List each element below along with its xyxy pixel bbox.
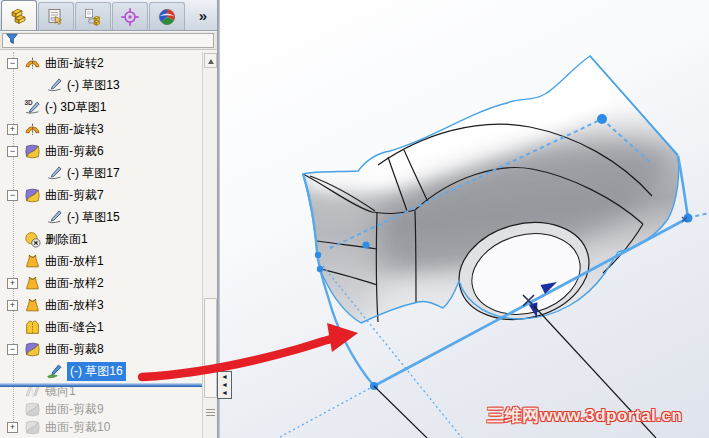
tree-item-17[interactable]: 曲面-剪裁9 xyxy=(0,400,202,418)
tree-item-label: 曲面-放样1 xyxy=(45,253,104,270)
knit-surface-icon xyxy=(24,319,41,336)
tree-item-label: (-) 3D草图1 xyxy=(45,99,106,116)
tree-item-10[interactable]: 曲面-放样1 xyxy=(0,250,202,272)
surface-body[interactable] xyxy=(290,20,682,390)
tree-item-label: 曲面-剪裁8 xyxy=(45,341,104,358)
trim-gray-icon xyxy=(24,401,41,418)
tree-item-label: 曲面-放样2 xyxy=(45,275,104,292)
collapse-box[interactable]: − xyxy=(7,190,18,201)
tree-item-3[interactable]: 3D (-) 3D草图1 xyxy=(0,96,202,118)
collapse-box[interactable]: − xyxy=(7,58,18,69)
left-arrow-icon: ◄ xyxy=(221,373,228,381)
revolve-surface-icon xyxy=(24,55,41,72)
tree-item-label: 删除面1 xyxy=(45,231,88,248)
display-manager-icon xyxy=(157,7,177,27)
loft-surface-icon xyxy=(24,253,41,270)
feature-tree-icon xyxy=(9,6,29,26)
configurationmanager-tab[interactable] xyxy=(75,2,111,30)
left-arrow-icon: ◄ xyxy=(221,389,228,397)
tree-filter-bar xyxy=(0,32,217,50)
tree-item-14[interactable]: − 曲面-剪裁8 xyxy=(0,338,202,360)
tree-item-8[interactable]: (-) 草图15 xyxy=(0,206,202,228)
scrollbar-grip[interactable] xyxy=(206,407,215,418)
property-manager-icon xyxy=(46,7,66,27)
scroll-up-button[interactable] xyxy=(204,53,217,68)
trim-surface-icon xyxy=(24,341,41,358)
displaymanager-tab[interactable] xyxy=(149,2,185,30)
filter-funnel-icon xyxy=(5,32,19,50)
model-canvas[interactable] xyxy=(220,0,709,438)
sketch-icon xyxy=(46,77,63,94)
tree-item-18[interactable]: + 曲面-剪裁10 xyxy=(0,418,202,436)
loft-surface-icon xyxy=(24,297,41,314)
trim-gray-icon xyxy=(24,419,41,436)
tree-item-label: (-) 草图15 xyxy=(67,209,120,226)
expand-box[interactable]: + xyxy=(7,278,18,289)
configuration-icon xyxy=(83,7,103,27)
sketch3d-icon: 3D xyxy=(24,99,41,116)
tree-item-label: 曲面-缝合1 xyxy=(45,319,104,336)
left-arrow-icon: ◄ xyxy=(221,381,228,389)
tree-item-11[interactable]: + 曲面-放样2 xyxy=(0,272,202,294)
tree-item-label: 曲面-剪裁10 xyxy=(45,419,110,436)
tree-item-label: (-) 草图17 xyxy=(67,165,120,182)
tree-scrollbar[interactable] xyxy=(202,52,217,438)
graphics-viewport[interactable]: 三维网www.3dportal.cn xyxy=(220,0,709,438)
featuremanager-tab[interactable] xyxy=(1,0,37,30)
trim-surface-icon xyxy=(24,143,41,160)
scrollbar-thumb[interactable] xyxy=(204,298,217,398)
sketch-icon xyxy=(46,165,63,182)
tree-item-label: 曲面-剪裁7 xyxy=(45,187,104,204)
feature-manager-panel: » − 曲面-旋转2 (-) 草图13 3D (-) 3D草图1+ 曲面-旋转3… xyxy=(0,0,217,438)
tab-overflow-chevron[interactable]: » xyxy=(193,6,213,26)
sketch-edit-icon xyxy=(46,363,63,380)
expand-box[interactable]: + xyxy=(7,124,18,135)
tree-item-label: 曲面-旋转3 xyxy=(45,121,104,138)
tree-item-7[interactable]: − 曲面-剪裁7 xyxy=(0,184,202,206)
delete-face-icon xyxy=(24,231,41,248)
watermark: 三维网www.3dportal.cn xyxy=(487,404,682,427)
tree-item-13[interactable]: 曲面-缝合1 xyxy=(0,316,202,338)
loft-surface-icon xyxy=(24,275,41,292)
tree-item-2[interactable]: (-) 草图13 xyxy=(0,74,202,96)
dimxpert-icon xyxy=(120,7,140,27)
tree-item-4[interactable]: + 曲面-旋转3 xyxy=(0,118,202,140)
expand-box[interactable]: + xyxy=(7,300,18,311)
tree-item-9[interactable]: 删除面1 xyxy=(0,228,202,250)
revolve-surface-icon xyxy=(24,121,41,138)
tree-item-15[interactable]: (-) 草图16 xyxy=(0,360,202,382)
tree-item-12[interactable]: + 曲面-放样3 xyxy=(0,294,202,316)
tree-item-label: 曲面-剪裁6 xyxy=(45,143,104,160)
up-arrow-icon xyxy=(208,59,214,64)
tree-item-label: (-) 草图13 xyxy=(67,77,120,94)
tree-item-label: 曲面-剪裁9 xyxy=(45,401,104,418)
svg-text:3D: 3D xyxy=(25,99,34,106)
collapse-box[interactable]: − xyxy=(7,344,18,355)
tree-item-6[interactable]: (-) 草图17 xyxy=(0,162,202,184)
tree-item-label: (-) 草图16 xyxy=(67,362,126,381)
dimxpertmanager-tab[interactable] xyxy=(112,2,148,30)
propertymanager-tab[interactable] xyxy=(38,2,74,30)
feature-tree: − 曲面-旋转2 (-) 草图13 3D (-) 3D草图1+ 曲面-旋转3− … xyxy=(0,52,202,438)
panel-tab-bar: » xyxy=(0,0,217,31)
tree-item-label: 曲面-旋转2 xyxy=(45,55,104,72)
rollback-bar[interactable] xyxy=(0,383,202,387)
tree-filter-input[interactable] xyxy=(2,33,214,48)
tree-item-5[interactable]: − 曲面-剪裁6 xyxy=(0,140,202,162)
expand-box[interactable]: + xyxy=(7,422,18,433)
tree-item-1[interactable]: − 曲面-旋转2 xyxy=(0,52,202,74)
solidworks-window: » − 曲面-旋转2 (-) 草图13 3D (-) 3D草图1+ 曲面-旋转3… xyxy=(0,0,709,438)
tree-item-label: 曲面-放样3 xyxy=(45,297,104,314)
trim-surface-icon xyxy=(24,187,41,204)
sketch-icon xyxy=(46,209,63,226)
collapse-box[interactable]: − xyxy=(7,146,18,157)
panel-collapse-button[interactable]: ◄ ◄ ◄ xyxy=(217,371,232,399)
